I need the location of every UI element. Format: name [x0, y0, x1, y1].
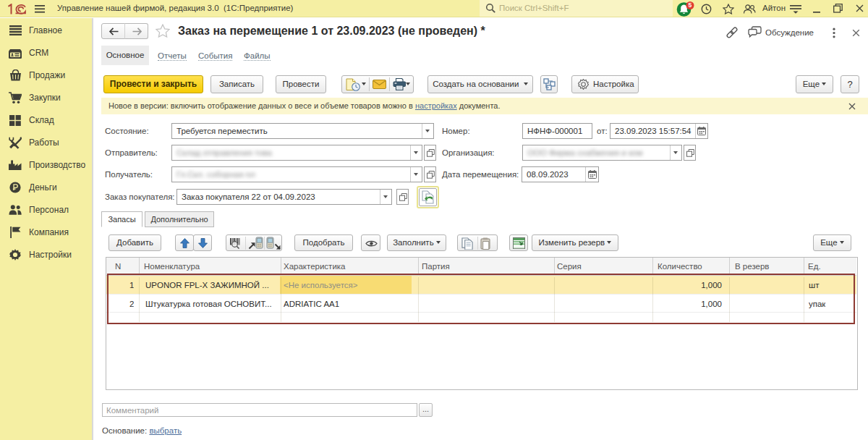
svg-text:5: 5 — [689, 1, 692, 9]
